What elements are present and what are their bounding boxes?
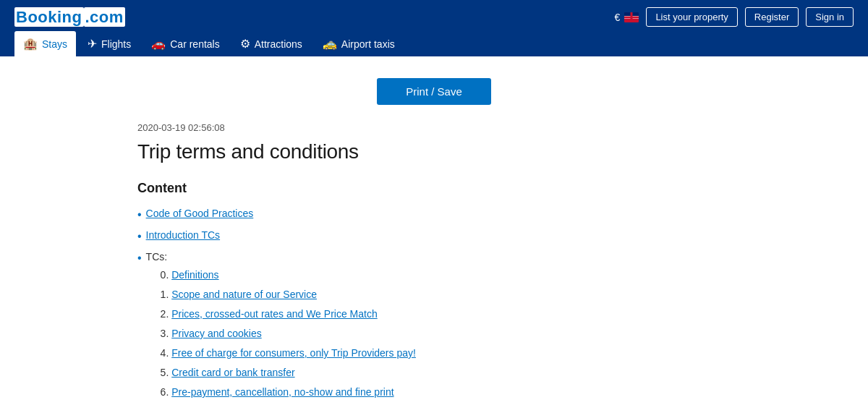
print-save-container: Print / Save	[137, 78, 731, 105]
tcs-label: TCs:	[146, 251, 168, 263]
nav-label-car-rentals: Car rentals	[170, 38, 219, 50]
tcs-item-0: 0. Definitions	[161, 268, 422, 283]
logo[interactable]: Booking.com	[14, 8, 125, 27]
tcs-item-1: 1. Scope and nature of our Service	[161, 287, 422, 302]
nav-item-airport-taxis[interactable]: 🚕 Airport taxis	[314, 31, 404, 56]
uk-flag-icon	[624, 12, 639, 22]
currency-symbol: €	[615, 12, 621, 23]
tcs-item-number-1: 1.	[161, 289, 169, 300]
currency-flag[interactable]: €	[615, 12, 639, 23]
bullet-icon: •	[137, 228, 142, 245]
airport-taxis-icon: 🚕	[323, 37, 337, 51]
tcs-link-prepayment[interactable]: Pre-payment, cancellation, no-show and f…	[171, 386, 393, 398]
nav-item-stays[interactable]: 🏨 Stays	[14, 31, 76, 56]
tcs-item-6: 6. Pre-payment, cancellation, no-show an…	[161, 385, 422, 400]
tcs-item-3: 3. Privacy and cookies	[161, 326, 422, 341]
link-code-of-good-practices[interactable]: Code of Good Practices	[146, 206, 254, 221]
tcs-item-2: 2. Prices, crossed-out rates and We Pric…	[161, 307, 422, 322]
flights-icon: ✈	[88, 37, 97, 51]
navbar-top: Booking.com € List your property Registe…	[14, 0, 854, 31]
list-item-code-of-good-practices: • Code of Good Practices	[137, 206, 731, 223]
nav-item-car-rentals[interactable]: 🚗 Car rentals	[142, 31, 228, 56]
tcs-item-number-2: 2.	[161, 308, 169, 320]
tcs-link-definitions[interactable]: Definitions	[171, 269, 218, 281]
nav-item-attractions[interactable]: ⚙ Attractions	[231, 31, 311, 56]
bullet-icon: •	[137, 250, 142, 267]
car-rentals-icon: 🚗	[151, 37, 166, 51]
nav-label-stays: Stays	[42, 38, 67, 50]
print-save-button[interactable]: Print / Save	[377, 78, 491, 105]
timestamp: 2020-03-19 02:56:08	[137, 122, 731, 133]
list-item-introduction-tcs: • Introduction TCs	[137, 228, 731, 245]
tcs-item-number-6: 6.	[161, 386, 169, 398]
sign-in-button[interactable]: Sign in	[806, 7, 854, 27]
tcs-link-prices[interactable]: Prices, crossed-out rates and We Price M…	[171, 308, 378, 320]
list-item-tcs: • TCs: 0. Definitions 1. Scope and natur…	[137, 250, 731, 405]
tcs-link-credit-card[interactable]: Credit card or bank transfer	[171, 367, 294, 378]
logo-text: Booking	[14, 7, 84, 27]
nav-label-flights: Flights	[101, 38, 131, 50]
page-title: Trip terms and conditions	[137, 140, 731, 163]
tcs-item-5: 5. Credit card or bank transfer	[161, 365, 422, 380]
register-button[interactable]: Register	[745, 7, 799, 27]
navbar-right: € List your property Register Sign in	[615, 7, 854, 27]
tcs-item-4: 4. Free of charge for consumers, only Tr…	[161, 346, 422, 361]
content-section-title: Content	[137, 181, 731, 196]
nav-item-flights[interactable]: ✈ Flights	[79, 31, 140, 56]
link-introduction-tcs[interactable]: Introduction TCs	[146, 228, 220, 243]
main-content: Print / Save 2020-03-19 02:56:08 Trip te…	[123, 56, 745, 405]
tcs-link-privacy[interactable]: Privacy and cookies	[171, 328, 262, 339]
bullet-icon: •	[137, 206, 142, 223]
tcs-item-number-5: 5.	[161, 367, 169, 378]
tcs-block: TCs: 0. Definitions 1. Scope and nature …	[146, 250, 422, 405]
nav-label-attractions: Attractions	[255, 38, 302, 50]
tcs-item-number-0: 0.	[161, 269, 169, 281]
tcs-link-free-of-charge[interactable]: Free of charge for consumers, only Trip …	[171, 347, 416, 359]
list-property-button[interactable]: List your property	[646, 7, 737, 27]
navbar-nav: 🏨 Stays ✈ Flights 🚗 Car rentals ⚙ Attrac…	[14, 31, 854, 56]
navbar: Booking.com € List your property Registe…	[0, 0, 868, 56]
tcs-item-number-4: 4.	[161, 347, 169, 359]
attractions-icon: ⚙	[240, 37, 250, 51]
tcs-link-scope[interactable]: Scope and nature of our Service	[171, 289, 317, 300]
stays-icon: 🏨	[23, 37, 38, 51]
tcs-sub-list: 0. Definitions 1. Scope and nature of ou…	[161, 268, 422, 405]
tcs-item-number-3: 3.	[161, 328, 169, 339]
content-list: • Code of Good Practices • Introduction …	[137, 206, 731, 405]
nav-label-airport-taxis: Airport taxis	[341, 38, 395, 50]
logo-dotcom: .com	[84, 7, 125, 27]
